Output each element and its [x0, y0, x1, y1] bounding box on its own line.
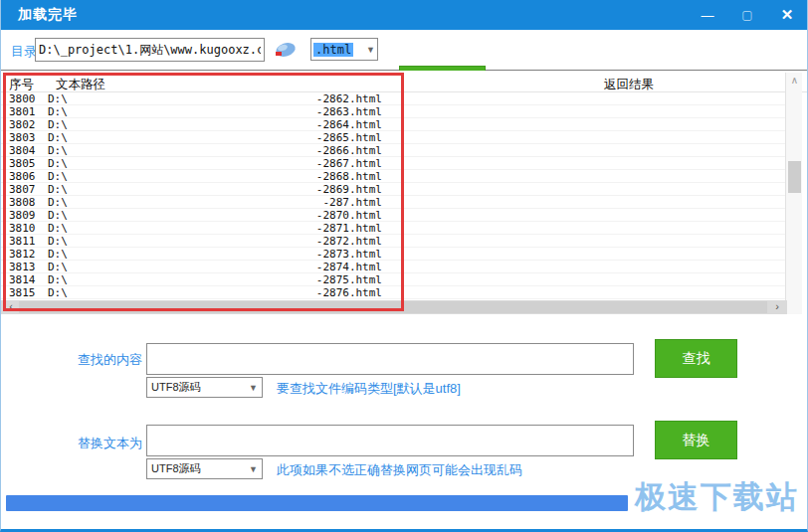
- row-file-name: -2870.html: [316, 209, 382, 221]
- scroll-left-icon[interactable]: ‹: [3, 300, 19, 314]
- vertical-scroll-thumb[interactable]: [788, 161, 801, 193]
- table-row[interactable]: 3809D:\-2870.html: [1, 209, 787, 222]
- table-row[interactable]: 3801D:\-2863.html: [1, 105, 787, 118]
- row-file-name: -2865.html: [316, 131, 382, 143]
- row-path: D:\-2870.html: [48, 209, 382, 221]
- window-controls: — ▢ ✕: [688, 0, 807, 30]
- row-file-name: -2875.html: [316, 273, 382, 285]
- replace-encoding-select[interactable]: UTF8源码 ▼: [146, 458, 263, 479]
- row-path: D:\-2869.html: [48, 183, 382, 195]
- row-path: D:\-2868.html: [48, 170, 382, 182]
- toolbar: 目录: .html ▼ 列出所有文件 左键单击文件可定位，右键单击可复制目录地址: [1, 30, 807, 71]
- row-file-name: -2868.html: [316, 170, 382, 182]
- table-row[interactable]: 3815D:\-2876.html: [1, 286, 787, 299]
- row-path-prefix: D:\: [48, 196, 68, 208]
- row-file-name: -2866.html: [316, 144, 382, 156]
- row-file-name: -287.html: [322, 196, 382, 208]
- row-file-name: -2863.html: [316, 105, 382, 117]
- title-bar: 加载完毕 — ▢ ✕: [1, 0, 807, 30]
- row-index: 3812: [1, 248, 48, 260]
- row-path-prefix: D:\: [48, 235, 68, 247]
- close-icon[interactable]: ✕: [767, 0, 807, 30]
- row-index: 3814: [1, 273, 48, 285]
- row-path: D:\-2874.html: [48, 261, 382, 272]
- row-path-prefix: D:\: [48, 92, 68, 104]
- row-path-prefix: D:\: [48, 144, 68, 156]
- table-row[interactable]: 3812D:\-2873.html: [1, 248, 787, 261]
- column-header-path[interactable]: 文本路径: [56, 77, 105, 93]
- row-file-name: -2867.html: [316, 157, 382, 169]
- row-path: D:\-2873.html: [48, 248, 382, 260]
- row-file-name: -2864.html: [316, 118, 382, 130]
- table-row[interactable]: 3803D:\-2865.html: [1, 131, 787, 144]
- horizontal-scrollbar[interactable]: ‹ ›: [1, 300, 787, 314]
- row-path: D:\-287.html: [48, 196, 382, 208]
- row-file-name: -2871.html: [316, 222, 382, 234]
- column-header-result[interactable]: 返回结果: [604, 77, 654, 93]
- row-index: 3809: [1, 209, 48, 221]
- replace-input[interactable]: [146, 425, 634, 456]
- row-file-name: -2862.html: [316, 92, 382, 104]
- row-path: D:\-2862.html: [48, 92, 382, 104]
- row-index: 3803: [1, 131, 48, 143]
- find-input[interactable]: [146, 343, 634, 375]
- extension-select[interactable]: .html ▼: [310, 38, 378, 61]
- table-row[interactable]: 3804D:\-2866.html: [1, 144, 787, 157]
- vertical-scrollbar[interactable]: ∧ ∨: [785, 73, 802, 314]
- row-path: D:\-2867.html: [48, 157, 382, 169]
- table-row[interactable]: 3811D:\-2872.html: [1, 235, 787, 248]
- row-index: 3801: [1, 105, 48, 117]
- table-row[interactable]: 3802D:\-2864.html: [1, 118, 787, 131]
- table-row[interactable]: 3807D:\-2869.html: [1, 183, 787, 196]
- replace-hint: 此项如果不选正确替换网页可能会出现乱码: [277, 461, 522, 479]
- row-path-prefix: D:\: [48, 286, 68, 298]
- directory-input[interactable]: [35, 38, 265, 62]
- row-path-prefix: D:\: [48, 248, 68, 260]
- progress-bar: [6, 495, 628, 511]
- table-row[interactable]: 3806D:\-2868.html: [1, 170, 787, 183]
- find-encoding-select[interactable]: UTF8源码 ▼: [146, 377, 263, 398]
- row-file-name: -2873.html: [316, 248, 382, 260]
- extension-value: .html: [313, 43, 353, 57]
- row-path-prefix: D:\: [48, 131, 68, 143]
- row-index: 3808: [1, 196, 48, 208]
- row-path-prefix: D:\: [48, 209, 68, 221]
- row-path-prefix: D:\: [48, 157, 68, 169]
- row-index: 3807: [1, 183, 48, 195]
- column-header-index[interactable]: 序号: [9, 77, 34, 93]
- file-table: 序号 文本路径 返回结果 3800D:\-2862.html3801D:\-28…: [1, 71, 807, 314]
- row-path-prefix: D:\: [48, 183, 68, 195]
- row-path: D:\-2863.html: [48, 105, 382, 117]
- row-path-prefix: D:\: [48, 273, 68, 285]
- row-path: D:\-2875.html: [48, 273, 382, 285]
- table-row[interactable]: 3813D:\-2874.html: [1, 261, 787, 273]
- scroll-up-icon[interactable]: ∧: [786, 73, 803, 88]
- find-hint: 要查找文件编码类型[默认是utf8]: [277, 380, 461, 398]
- find-button[interactable]: 查找: [655, 339, 737, 378]
- row-path-prefix: D:\: [48, 118, 68, 130]
- row-path: D:\-2866.html: [48, 144, 382, 156]
- replace-label: 替换文本为: [73, 435, 142, 452]
- scroll-right-icon[interactable]: ›: [769, 300, 785, 314]
- row-index: 3800: [1, 92, 48, 104]
- minimize-icon[interactable]: —: [688, 0, 727, 30]
- row-path: D:\-2865.html: [48, 131, 382, 143]
- chevron-down-icon: ▼: [366, 45, 375, 55]
- table-header: 序号 文本路径 返回结果: [1, 74, 807, 92]
- table-row[interactable]: 3800D:\-2862.html: [1, 92, 787, 105]
- row-path: D:\-2872.html: [48, 235, 382, 247]
- table-row[interactable]: 3808D:\-287.html: [1, 196, 787, 209]
- replace-button[interactable]: 替换: [655, 421, 737, 459]
- maximize-icon[interactable]: ▢: [727, 0, 767, 30]
- row-index: 3806: [1, 170, 48, 182]
- row-path-prefix: D:\: [48, 261, 68, 272]
- table-row[interactable]: 3810D:\-2871.html: [1, 222, 787, 235]
- row-index: 3804: [1, 144, 48, 156]
- table-row[interactable]: 3805D:\-2867.html: [1, 157, 787, 170]
- find-label: 查找的内容: [73, 351, 142, 369]
- table-row[interactable]: 3814D:\-2875.html: [1, 273, 787, 286]
- row-index: 3810: [1, 222, 48, 234]
- row-index: 3815: [1, 286, 48, 298]
- row-path: D:\-2871.html: [48, 222, 382, 234]
- horizontal-scroll-thumb[interactable]: [19, 301, 767, 313]
